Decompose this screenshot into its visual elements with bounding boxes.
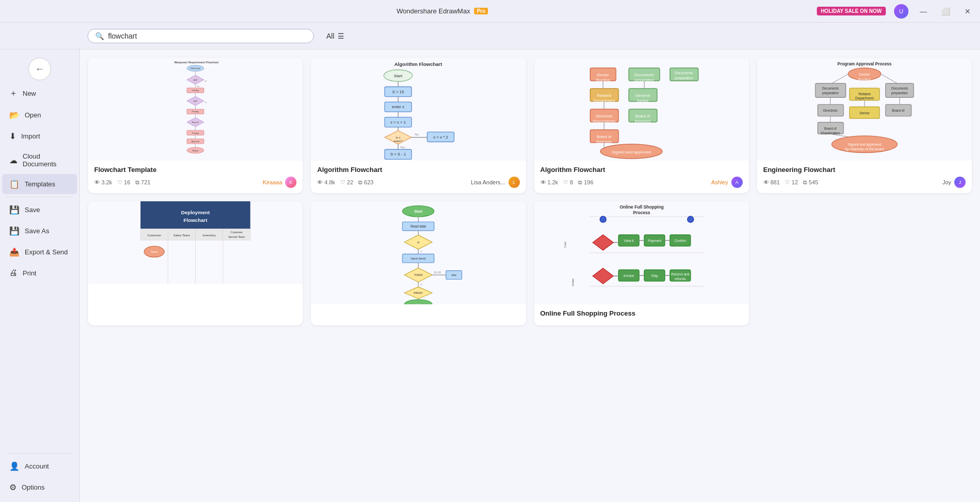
sidebar-item-import[interactable]: ⬇ Import bbox=[2, 126, 77, 146]
svg-text:End: End bbox=[415, 303, 422, 304]
options-icon: ⚙ bbox=[9, 482, 16, 492]
sidebar-item-open[interactable]: 📂 Open bbox=[2, 105, 77, 125]
svg-text:Customer: Customer bbox=[147, 233, 161, 237]
user-avatar[interactable]: U bbox=[894, 4, 908, 19]
template-card[interactable]: Online Full Shopping Process Cart Order bbox=[534, 201, 749, 325]
author-name: Lisa Anders... bbox=[471, 179, 505, 185]
template-card[interactable]: Manpower Requirement Flowchart Data Inpu… bbox=[88, 58, 303, 193]
svg-text:Deployment: Deployment bbox=[181, 210, 211, 215]
cloud-icon: ☁ bbox=[9, 155, 18, 165]
sidebar-item-templates[interactable]: 📋 Templates bbox=[2, 174, 77, 194]
svg-text:Signed and approved: Signed and approved bbox=[848, 143, 881, 147]
sidebar-item-print[interactable]: 🖨 Print bbox=[2, 263, 77, 283]
card-info: Algorithm Flowchart 👁 1.2k ♡ 8 ⧉ 196 bbox=[534, 161, 749, 193]
saveas-icon: 💾 bbox=[9, 226, 20, 236]
title-bar-controls: HOLIDAY SALE ON NOW U — ⬜ ✕ bbox=[817, 4, 974, 19]
flowchart-svg-algorithm1: Algorithm Flowchart Start S = 15 enter x bbox=[311, 58, 526, 161]
svg-text:If: If bbox=[417, 240, 419, 244]
card-info: Flowchart Template 👁 3.2k ♡ 16 ⧉ 721 bbox=[88, 161, 303, 193]
svg-text:Confirm: Confirm bbox=[674, 239, 686, 243]
import-icon: ⬇ bbox=[9, 131, 16, 141]
svg-text:Data Input: Data Input bbox=[190, 67, 201, 70]
card-stats: 👁 4.8k ♡ 22 ⧉ 623 Lisa Anders... bbox=[317, 177, 519, 188]
sidebar-item-account[interactable]: 👤 Account bbox=[2, 456, 77, 476]
sidebar: ← ＋ New 📂 Open ⬇ Import ☁ Cloud Document… bbox=[0, 49, 80, 502]
likes-stat: ♡ 16 bbox=[117, 179, 130, 186]
views-stat: 👁 4.8k bbox=[317, 179, 335, 185]
template-card[interactable]: Start Read data If Y Input (text) bbox=[311, 201, 526, 325]
template-card[interactable]: Algorithm Flowchart Start S = 15 enter x bbox=[311, 58, 526, 193]
search-icon: 🔍 bbox=[95, 32, 104, 40]
eye-icon: 👁 bbox=[763, 179, 769, 185]
sidebar-label-account: Account bbox=[25, 462, 49, 470]
sidebar-item-saveas[interactable]: 💾 Save As bbox=[2, 221, 77, 241]
card-image: Doctor Routing Documents preparation Doc… bbox=[534, 58, 749, 161]
app-name: Wondershare EdrawMax bbox=[397, 7, 470, 15]
sidebar-item-new[interactable]: ＋ New bbox=[2, 83, 77, 104]
svg-text:S = S - 1: S = S - 1 bbox=[390, 152, 406, 157]
search-input[interactable] bbox=[108, 32, 306, 40]
card-image: Online Full Shopping Process Cart Order bbox=[534, 201, 749, 304]
copies-stat: ⧉ 196 bbox=[578, 179, 593, 186]
sidebar-label-options: Options bbox=[22, 483, 45, 491]
sidebar-label-cloud: Cloud Documents bbox=[23, 152, 70, 168]
flowchart-svg-manpower: Manpower Requirement Flowchart Data Inpu… bbox=[88, 58, 303, 161]
save-icon: 💾 bbox=[9, 205, 20, 215]
eye-icon: 👁 bbox=[540, 179, 546, 185]
filter-button[interactable]: All ☰ bbox=[326, 32, 344, 40]
svg-text:PRINT: PRINT bbox=[414, 291, 424, 295]
author-avatar: L bbox=[509, 177, 520, 188]
svg-text:Service Team: Service Team bbox=[229, 235, 246, 238]
svg-text:Related: Related bbox=[859, 92, 871, 96]
copy-icon: ⧉ bbox=[803, 179, 807, 186]
template-card[interactable]: Program Approval Process Doctor Routing … bbox=[757, 58, 972, 193]
sidebar-item-save[interactable]: 💾 Save bbox=[2, 200, 77, 220]
back-button[interactable]: ← bbox=[28, 58, 51, 80]
svg-text:Pending: Pending bbox=[192, 90, 199, 92]
maximize-button[interactable]: ⬜ bbox=[938, 6, 953, 16]
eye-icon: 👁 bbox=[317, 179, 323, 185]
template-card[interactable]: Doctor Routing Documents preparation Doc… bbox=[534, 58, 749, 193]
svg-text:Sales Team: Sales Team bbox=[173, 233, 190, 237]
svg-line-90 bbox=[881, 74, 897, 83]
new-icon: ＋ bbox=[9, 88, 18, 99]
holiday-sale-button[interactable]: HOLIDAY SALE ON NOW bbox=[817, 7, 886, 15]
card-title: Algorithm Flowchart bbox=[317, 166, 519, 174]
flowchart-svg-algorithm2: Doctor Routing Documents preparation Doc… bbox=[534, 58, 749, 161]
sidebar-item-export[interactable]: 📤 Export & Send bbox=[2, 242, 77, 262]
svg-text:Cart: Cart bbox=[563, 241, 566, 248]
views-stat: 👁 881 bbox=[763, 179, 780, 185]
svg-text:View it: View it bbox=[624, 239, 634, 243]
card-image: Program Approval Process Doctor Routing … bbox=[757, 58, 972, 161]
svg-text:General: General bbox=[635, 93, 650, 98]
svg-text:HOP: HOP bbox=[194, 79, 198, 81]
svg-text:Y: Y bbox=[421, 250, 423, 253]
sidebar-label-saveas: Save As bbox=[25, 227, 49, 235]
svg-text:No: No bbox=[415, 132, 419, 136]
minimize-button[interactable]: — bbox=[917, 6, 930, 16]
svg-point-177 bbox=[600, 216, 606, 222]
svg-text:Senior: Senior bbox=[637, 98, 649, 103]
svg-marker-179 bbox=[592, 268, 613, 284]
sidebar-label-export: Export & Send bbox=[25, 248, 68, 256]
likes-count: 16 bbox=[124, 179, 130, 185]
sidebar-item-options[interactable]: ⚙ Options bbox=[2, 477, 77, 497]
copies-count: 196 bbox=[584, 179, 593, 185]
likes-stat: ♡ 22 bbox=[340, 179, 353, 186]
copies-stat: ⧉ 721 bbox=[135, 179, 150, 186]
sidebar-item-cloud[interactable]: ☁ Cloud Documents bbox=[2, 147, 77, 173]
svg-text:Order: Order bbox=[571, 279, 574, 286]
svg-text:Signed and approved: Signed and approved bbox=[611, 150, 651, 154]
template-card[interactable]: Deployment Flowchart Customer Sales Team… bbox=[88, 201, 303, 325]
card-image: Algorithm Flowchart Start S = 15 enter x bbox=[311, 58, 526, 161]
close-button[interactable]: ✕ bbox=[961, 6, 974, 16]
card-stats: 👁 1.2k ♡ 8 ⧉ 196 Ashley bbox=[540, 177, 743, 188]
svg-text:Inventory: Inventory bbox=[202, 233, 216, 237]
copies-count: 545 bbox=[809, 179, 818, 185]
svg-text:Reject: Reject bbox=[192, 149, 199, 152]
svg-text:Algorithm Flowchart: Algorithm Flowchart bbox=[394, 61, 443, 67]
svg-text:THEN: THEN bbox=[414, 273, 423, 276]
card-title: Flowchart Template bbox=[94, 166, 296, 174]
app-title-area: Wondershare EdrawMax Pro bbox=[397, 7, 488, 15]
svg-text:Documents: Documents bbox=[634, 73, 654, 77]
